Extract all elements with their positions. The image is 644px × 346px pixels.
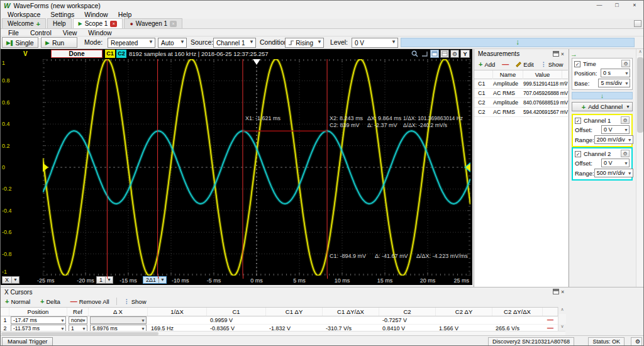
manual-trigger-button[interactable]: Manual Trigger: [2, 337, 53, 346]
show-cursors-button[interactable]: ⋮ Show: [121, 297, 150, 306]
y-tick-label: -1: [2, 269, 7, 275]
chevron-down-icon: ▼: [82, 317, 86, 324]
undock-panel-icon[interactable]: [553, 289, 559, 294]
close-wavegen-tab-icon[interactable]: ×: [170, 21, 177, 27]
chevron-down-icon: ▼: [625, 70, 629, 77]
scroll-up-icon[interactable]: ∧: [636, 49, 644, 56]
time-gear-icon[interactable]: ⚙: [621, 60, 630, 67]
mode-select[interactable]: Repeated▼: [108, 38, 155, 48]
menu-window[interactable]: Window: [79, 10, 113, 19]
add-icon: +: [582, 103, 586, 111]
cursor-c2-value: -0.7257 V: [379, 316, 436, 325]
menu-workspace[interactable]: Workspace: [3, 10, 45, 19]
remove-icon: —: [70, 298, 77, 305]
remove-measurement-button[interactable]: —: [499, 60, 512, 69]
device-info-badge: Discovery2 SN:210321A80768: [488, 337, 574, 346]
cursor-ref-select[interactable]: none▼: [69, 316, 87, 324]
split-view-icon[interactable]: [440, 50, 449, 58]
close-icon[interactable]: ×: [626, 1, 643, 10]
chevron-down-icon: ▼: [60, 317, 65, 324]
measurement-row[interactable]: C1AC RMS707.045926888 mV: [474, 89, 568, 98]
measurement-name: Amplitude: [493, 79, 523, 89]
remove-all-cursors-button[interactable]: — Remove All: [67, 297, 113, 306]
channel-2-offset-select[interactable]: 0 V▼: [601, 159, 630, 167]
condition-select[interactable]: Rising ▼: [285, 38, 324, 48]
minimize-icon[interactable]: —: [591, 1, 608, 10]
x-tick-label: -20 ms: [70, 277, 101, 284]
menu-help[interactable]: Help: [113, 10, 137, 19]
y-axis-button[interactable]: Y: [460, 50, 470, 58]
add-measurement-button[interactable]: + Add: [475, 60, 498, 69]
close-scope-tab-icon[interactable]: ×: [110, 21, 117, 27]
cursor-table-hscrollbar[interactable]: [1, 331, 565, 335]
edit-measurement-button[interactable]: Edit: [513, 60, 536, 69]
tab-wavegen-1[interactable]: ● Wavegen 1 ×: [124, 18, 182, 28]
cursor-position-select[interactable]: -17.47 ms▼: [11, 316, 66, 324]
cursor-delta-label: Δ: -2.37 mV: [367, 122, 397, 128]
scope-menu-control[interactable]: Control: [25, 29, 57, 36]
single-button[interactable]: ▶❚ Single: [2, 37, 38, 48]
main-menubar: Workspace Settings Window Help: [1, 10, 644, 19]
scroll-up-icon[interactable]: ∧: [564, 80, 567, 85]
collapse-panel-arrow-icon[interactable]: →: [570, 50, 577, 58]
cursor-2-button[interactable]: 2Δ1 ▼: [143, 276, 167, 284]
channel-1-checkbox[interactable]: ✓: [575, 118, 581, 124]
dock-view-icon[interactable]: [430, 50, 439, 58]
channel-1-badge[interactable]: C1: [105, 50, 115, 58]
add-icon: +: [5, 298, 9, 305]
measurement-row[interactable]: C2Amplitude840.076688519 mV: [474, 98, 568, 108]
channel-2-badge[interactable]: C2: [116, 50, 126, 58]
chevron-down-icon: ▼: [180, 39, 185, 45]
cursor-c1dydx-value: [323, 316, 379, 325]
add-channel-button[interactable]: + Add Channel ▼: [572, 102, 633, 111]
time-base-select[interactable]: 5 ms/div▼: [598, 79, 630, 87]
remove-cursor-button[interactable]: —: [543, 316, 558, 325]
close-panel-icon[interactable]: ×: [561, 289, 564, 295]
channel-2-gear-icon[interactable]: ⚙: [621, 150, 630, 157]
x-axis-button[interactable]: X ▼: [2, 276, 19, 284]
cursor-table-scrollbar[interactable]: ∧ ∨: [558, 307, 566, 331]
title-bar: W WaveForms (new workspace) — □ ×: [1, 1, 644, 10]
source-select[interactable]: Channel 1▼: [213, 38, 256, 48]
run-button[interactable]: ▶ Run: [41, 37, 77, 48]
device-settings-gear-icon[interactable]: ⚙: [631, 337, 642, 346]
scrollbar-thumb[interactable]: [637, 57, 643, 133]
auto-select[interactable]: Auto▼: [158, 38, 187, 48]
scope-menu-view[interactable]: View: [57, 29, 83, 36]
add-normal-cursor-button[interactable]: + Normal: [2, 297, 33, 306]
tab-help[interactable]: Help: [47, 18, 72, 28]
time-checkbox[interactable]: ✓: [574, 61, 580, 67]
channel-2-range-select[interactable]: 500 mV/div▼: [594, 169, 633, 177]
channel-2-checkbox[interactable]: ✓: [575, 151, 581, 157]
scope-menu-window[interactable]: Window: [82, 29, 117, 36]
measurement-row[interactable]: C2AC RMS594.420691567 mV: [474, 108, 568, 117]
y-axis-unit-label: V: [23, 50, 28, 57]
scroll-up-icon[interactable]: ∧: [558, 307, 566, 314]
trigger-position-marker[interactable]: [253, 59, 260, 65]
level-select[interactable]: 0 V▼: [352, 38, 398, 48]
menu-settings[interactable]: Settings: [45, 10, 79, 19]
measurement-row[interactable]: C1Amplitude999.512914118 mV: [474, 79, 568, 89]
show-measurement-button[interactable]: ⋮ Show: [538, 60, 567, 69]
tab-welcome[interactable]: Welcome +: [2, 18, 46, 28]
plot-settings-gear-icon[interactable]: ⚙: [450, 50, 459, 58]
close-panel-icon[interactable]: ×: [561, 51, 564, 57]
x-tick-label: 15 ms: [369, 277, 401, 284]
scroll-down-icon[interactable]: ∨: [558, 324, 566, 331]
add-delta-cursor-button[interactable]: + Delta: [37, 297, 64, 306]
measure-slope-icon[interactable]: [420, 50, 429, 58]
zoom-icon[interactable]: [410, 50, 419, 58]
restore-layout-icon[interactable]: [634, 20, 641, 27]
cursor-x1-label: X1: -1.621 ms: [245, 115, 281, 121]
cursor-dx-select[interactable]: ▼: [90, 316, 147, 324]
channel-1-range-select[interactable]: 200 mV/div▼: [594, 135, 633, 144]
channel-1-gear-icon[interactable]: ⚙: [621, 116, 630, 124]
undock-panel-icon[interactable]: [553, 51, 559, 57]
cursor-dx-label: ΔX: 9.864 ms: [367, 115, 402, 121]
scope-menu-file[interactable]: File: [3, 29, 25, 36]
maximize-icon[interactable]: □: [608, 1, 626, 10]
channel-1-offset-select[interactable]: 0 V▼: [601, 125, 630, 134]
acquisition-status-button[interactable]: Done: [51, 50, 103, 58]
tab-scope-1[interactable]: ▶ Scope 1 ×: [73, 18, 123, 28]
time-position-select[interactable]: 0 s▼: [601, 69, 630, 77]
